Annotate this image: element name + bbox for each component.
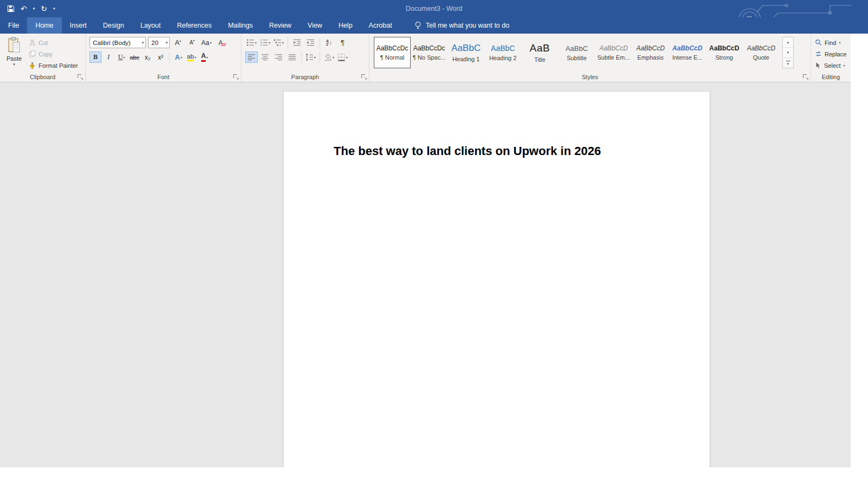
multilevel-list-caret-icon[interactable]: ▾ [282, 41, 284, 44]
cut-icon [29, 39, 36, 46]
font-color-button[interactable]: A ▾ [199, 51, 210, 63]
style-subtitle[interactable]: AaBbC Subtitle [558, 37, 595, 68]
find-caret-icon[interactable]: ▾ [839, 41, 840, 44]
font-name-combo[interactable]: Calibri (Body) ▾ [90, 37, 146, 48]
style-name: Heading 2 [489, 55, 516, 61]
strikethrough-button[interactable]: abc [129, 51, 141, 63]
paragraph-dialog-launcher[interactable] [361, 74, 367, 80]
underline-button[interactable]: U ▾ [116, 51, 127, 63]
style-title[interactable]: AaB Title [521, 37, 558, 68]
ribbon: Paste ▾ Cut Copy Format Painter [0, 34, 851, 82]
clipboard-dialog-launcher[interactable] [77, 74, 84, 80]
paragraph-separator [320, 52, 320, 63]
multilevel-list-button[interactable]: ▾ [272, 37, 285, 48]
tab-design-label: Design [103, 22, 124, 29]
italic-button[interactable]: I [103, 51, 114, 63]
tab-view[interactable]: View [299, 17, 330, 34]
tell-me-box[interactable]: Tell me what you want to do [414, 17, 509, 34]
font-color-caret-icon[interactable]: ▾ [206, 55, 208, 59]
tab-design[interactable]: Design [95, 17, 132, 34]
text-effects-caret-icon[interactable]: ▾ [181, 55, 182, 59]
subscript-label: x₂ [145, 54, 151, 61]
show-paragraph-marks-button[interactable]: ¶ [336, 37, 349, 48]
paste-dropdown-caret-icon[interactable]: ▾ [13, 62, 15, 67]
increase-indent-button[interactable] [304, 37, 317, 48]
change-case-button[interactable]: Aa ▾ [200, 37, 213, 48]
tab-references[interactable]: References [169, 17, 220, 34]
format-painter-button[interactable]: Format Painter [27, 60, 80, 71]
tab-file[interactable]: File [0, 17, 27, 34]
bullets-button[interactable]: ▾ [245, 37, 258, 48]
numbering-button[interactable]: ▾ [259, 37, 271, 48]
line-spacing-caret-icon[interactable]: ▾ [314, 55, 316, 59]
underline-caret-icon[interactable]: ▾ [123, 55, 125, 59]
word-window: ↶ ▾ ↻ ▾ Document3 - Word R File Home I [0, 0, 868, 477]
styles-scroll-down-button[interactable]: ▾ [783, 48, 793, 58]
align-right-button[interactable] [272, 51, 285, 63]
align-center-button[interactable] [259, 51, 271, 63]
line-spacing-button[interactable]: ▾ [304, 51, 317, 63]
paste-button[interactable]: Paste ▾ [2, 35, 27, 72]
document-heading[interactable]: The best way to land clients on Upwork i… [334, 144, 688, 158]
bold-button[interactable]: B [90, 51, 101, 63]
font-size-combo[interactable]: 20 ▾ [148, 37, 170, 48]
justify-button[interactable] [286, 51, 298, 63]
tab-layout[interactable]: Layout [132, 17, 169, 34]
shading-caret-icon[interactable]: ▾ [333, 55, 334, 59]
sort-button[interactable]: AZ ↓ [323, 37, 335, 48]
style-name: Subtle Em... [597, 54, 630, 61]
text-effects-button[interactable]: A ▾ [173, 51, 184, 63]
style-heading-2[interactable]: AaBbC Heading 2 [484, 37, 521, 68]
save-button[interactable] [7, 5, 15, 12]
undo-dropdown-caret-icon[interactable]: ▾ [33, 7, 35, 11]
select-button[interactable]: Select ▾ [815, 60, 851, 71]
copy-button[interactable]: Copy [27, 48, 80, 60]
tab-review[interactable]: Review [261, 17, 299, 34]
tab-insert[interactable]: Insert [62, 17, 95, 34]
customize-quick-access-button[interactable]: ▾ [53, 7, 55, 11]
undo-button[interactable]: ↶ [21, 5, 27, 12]
tab-help-label: Help [339, 22, 353, 29]
style-preview: AaBbC [491, 44, 515, 53]
style-normal[interactable]: AaBbCcDc ¶ Normal [374, 37, 411, 68]
align-left-button[interactable] [245, 51, 258, 63]
style-preview: AaBbCcD [747, 44, 776, 52]
shrink-font-button[interactable]: A ▾ [186, 37, 198, 48]
style-strong[interactable]: AaBbCcD Strong [706, 37, 743, 68]
subscript-button[interactable]: x₂ [142, 51, 154, 63]
strikethrough-label: abc [130, 54, 139, 61]
borders-caret-icon[interactable]: ▾ [346, 55, 348, 59]
style-subtle-emphasis[interactable]: AaBbCcD Subtle Em... [595, 37, 632, 68]
replace-button[interactable]: Replace [815, 48, 851, 60]
find-button[interactable]: Find ▾ [815, 37, 851, 48]
shading-button[interactable]: ▾ [323, 51, 335, 63]
styles-more-button[interactable]: ▾ [783, 58, 793, 68]
style-heading-1[interactable]: AaBbC Heading 1 [448, 37, 484, 68]
tab-mailings[interactable]: Mailings [220, 17, 261, 34]
tab-help[interactable]: Help [330, 17, 361, 34]
tab-acrobat[interactable]: Acrobat [361, 17, 400, 34]
font-dialog-launcher[interactable] [233, 74, 239, 80]
borders-button[interactable]: ▾ [336, 51, 349, 63]
style-emphasis[interactable]: AaBbCcD Emphasis [632, 37, 669, 68]
text-highlight-caret-icon[interactable]: ▾ [194, 55, 196, 59]
style-no-spacing[interactable]: AaBbCcDc ¶ No Spac... [411, 37, 448, 68]
document-page[interactable]: The best way to land clients on Upwork i… [283, 91, 710, 467]
style-quote[interactable]: AaBbCcD Quote [743, 37, 780, 68]
text-highlight-button[interactable]: ab ▾ [186, 51, 197, 63]
styles-scroll-up-button[interactable]: ▴ [783, 37, 793, 48]
decrease-indent-button[interactable] [291, 37, 303, 48]
style-intense-emphasis[interactable]: AaBbCcD Intense E... [669, 37, 706, 68]
style-name: ¶ No Spac... [413, 54, 445, 61]
cut-button[interactable]: Cut [27, 37, 80, 48]
numbering-caret-icon[interactable]: ▾ [269, 41, 270, 44]
clear-formatting-button[interactable]: A [215, 37, 227, 48]
bullets-caret-icon[interactable]: ▾ [255, 41, 257, 44]
styles-dialog-launcher[interactable] [802, 74, 809, 80]
redo-button[interactable]: ↻ [41, 5, 47, 12]
grow-font-button[interactable]: A ▴ [172, 37, 184, 48]
format-painter-icon [29, 62, 36, 69]
tab-home[interactable]: Home [27, 17, 61, 34]
select-caret-icon[interactable]: ▾ [844, 63, 845, 67]
superscript-button[interactable]: x² [155, 51, 167, 63]
